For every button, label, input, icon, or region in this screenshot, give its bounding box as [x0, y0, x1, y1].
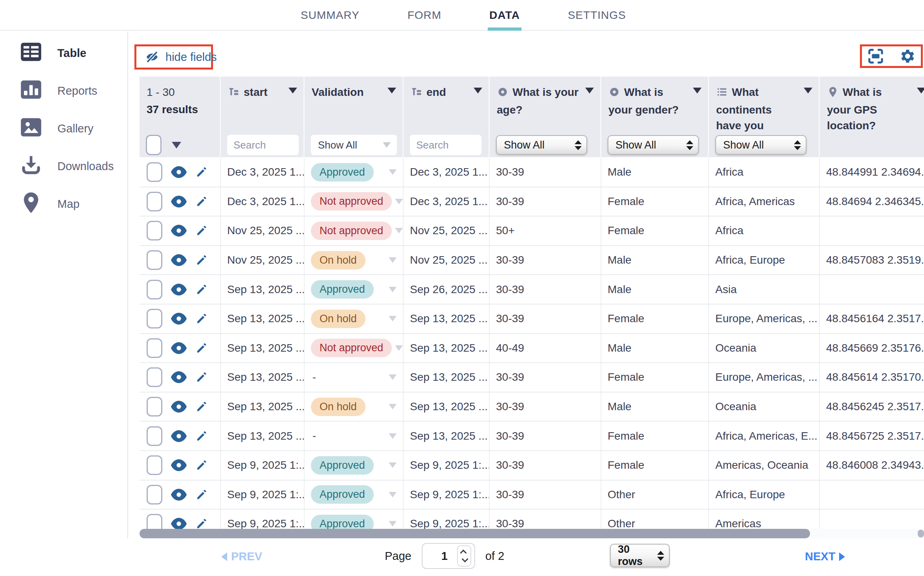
row-checkbox[interactable] — [147, 162, 162, 182]
chevron-down-icon[interactable] — [389, 287, 397, 292]
edit-submission-button[interactable] — [195, 459, 208, 471]
edit-submission-button[interactable] — [195, 195, 208, 208]
validation-status-badge[interactable]: Approved — [311, 485, 374, 504]
sidebar-item-downloads[interactable]: Downloads — [19, 154, 127, 178]
edit-submission-button[interactable] — [195, 283, 208, 296]
view-submission-button[interactable] — [171, 489, 187, 501]
continents-filter-select[interactable]: Show All — [715, 135, 806, 155]
validation-status-badge[interactable]: - — [311, 368, 316, 387]
tab-summary[interactable]: SUMMARY — [301, 0, 360, 31]
tab-settings[interactable]: SETTINGS — [568, 0, 626, 31]
view-submission-button[interactable] — [171, 166, 187, 178]
sort-triangle-icon[interactable] — [388, 88, 396, 94]
cell-validation[interactable]: On hold — [305, 246, 404, 275]
row-checkbox[interactable] — [147, 280, 162, 299]
row-checkbox[interactable] — [147, 455, 162, 475]
cell-validation[interactable]: Not approved — [305, 187, 404, 216]
cell-validation[interactable]: On hold — [305, 393, 404, 421]
edit-submission-button[interactable] — [195, 371, 208, 383]
chevron-down-icon[interactable] — [389, 316, 397, 321]
validation-status-badge[interactable]: Approved — [311, 456, 374, 475]
cell-validation[interactable]: - — [305, 363, 404, 392]
chevron-down-icon[interactable] — [395, 199, 403, 204]
cell-validation[interactable]: Approved — [305, 158, 404, 187]
view-submission-button[interactable] — [171, 313, 187, 325]
cell-validation[interactable]: Not approved — [305, 216, 404, 245]
chevron-down-icon[interactable] — [395, 345, 403, 351]
edit-submission-button[interactable] — [195, 430, 208, 442]
chevron-down-icon[interactable] — [389, 169, 397, 175]
view-submission-button[interactable] — [171, 196, 187, 207]
validation-status-badge[interactable]: - — [311, 427, 316, 445]
sidebar-item-map[interactable]: Map — [19, 192, 127, 216]
page-number-input[interactable]: 1 — [422, 543, 475, 569]
chevron-down-icon[interactable] — [389, 257, 397, 263]
horizontal-scrollbar-thumb[interactable] — [140, 529, 810, 538]
page-stepper[interactable] — [457, 545, 471, 567]
validation-status-badge[interactable]: On hold — [311, 398, 366, 416]
view-submission-button[interactable] — [171, 371, 187, 383]
tab-data[interactable]: DATA — [489, 0, 520, 31]
chevron-down-icon[interactable] — [395, 228, 403, 233]
bulk-actions-dropdown-icon[interactable] — [172, 142, 181, 149]
row-checkbox[interactable] — [147, 514, 162, 529]
cell-validation[interactable]: On hold — [305, 305, 404, 333]
edit-submission-button[interactable] — [195, 224, 208, 237]
sidebar-item-gallery[interactable]: Gallery — [19, 116, 127, 141]
expand-table-button[interactable] — [867, 48, 884, 65]
row-checkbox[interactable] — [147, 426, 162, 446]
edit-submission-button[interactable] — [195, 400, 208, 413]
cell-validation[interactable]: Approved — [305, 510, 404, 529]
next-page-button[interactable]: NEXT — [805, 550, 845, 563]
view-submission-button[interactable] — [171, 459, 187, 471]
edit-submission-button[interactable] — [195, 254, 208, 266]
sort-triangle-icon[interactable] — [693, 88, 702, 94]
edit-submission-button[interactable] — [195, 312, 208, 325]
validation-status-badge[interactable]: On hold — [311, 310, 366, 328]
cell-validation[interactable]: - — [305, 422, 404, 450]
row-checkbox[interactable] — [147, 367, 162, 387]
sort-triangle-icon[interactable] — [804, 88, 812, 94]
settings-gear-button[interactable] — [898, 48, 916, 65]
sort-triangle-icon[interactable] — [917, 88, 924, 94]
hide-fields-button[interactable]: hide fields — [136, 50, 217, 64]
view-submission-button[interactable] — [171, 225, 187, 237]
sort-triangle-icon[interactable] — [474, 88, 482, 94]
cell-validation[interactable]: Approved — [305, 275, 404, 304]
sidebar-item-reports[interactable]: Reports — [19, 79, 127, 103]
validation-status-badge[interactable]: Approved — [311, 515, 374, 529]
row-checkbox[interactable] — [147, 250, 162, 270]
chevron-down-icon[interactable] — [389, 492, 397, 497]
prev-page-button[interactable]: PREV — [221, 550, 262, 563]
edit-submission-button[interactable] — [195, 488, 208, 501]
chevron-down-icon[interactable] — [389, 462, 397, 468]
cell-validation[interactable]: Approved — [305, 451, 404, 480]
chevron-down-icon[interactable] — [389, 374, 397, 380]
validation-status-badge[interactable]: On hold — [311, 251, 366, 270]
view-submission-button[interactable] — [171, 430, 187, 442]
age-filter-select[interactable]: Show All — [496, 135, 587, 155]
view-submission-button[interactable] — [171, 342, 187, 354]
view-submission-button[interactable] — [171, 284, 187, 295]
tab-form[interactable]: FORM — [408, 0, 441, 31]
validation-status-badge[interactable]: Not approved — [311, 339, 392, 357]
row-checkbox[interactable] — [147, 221, 162, 240]
validation-status-badge[interactable]: Not approved — [311, 192, 392, 211]
chevron-down-icon[interactable] — [389, 521, 397, 526]
rows-per-page-select[interactable]: 30 rows — [610, 544, 670, 567]
validation-status-badge[interactable]: Approved — [311, 163, 374, 182]
edit-submission-button[interactable] — [195, 342, 208, 354]
edit-submission-button[interactable] — [195, 517, 208, 529]
validation-status-badge[interactable]: Not approved — [311, 222, 392, 240]
view-submission-button[interactable] — [171, 254, 187, 266]
row-checkbox[interactable] — [147, 485, 162, 504]
row-checkbox[interactable] — [147, 192, 162, 211]
gender-filter-select[interactable]: Show All — [608, 135, 699, 155]
chevron-down-icon[interactable] — [389, 433, 397, 439]
cell-validation[interactable]: Not approved — [305, 334, 404, 363]
end-search-input[interactable] — [410, 135, 481, 155]
chevron-down-icon[interactable] — [389, 404, 397, 409]
cell-validation[interactable]: Approved — [305, 481, 404, 509]
view-submission-button[interactable] — [171, 401, 187, 413]
edit-submission-button[interactable] — [195, 166, 208, 178]
